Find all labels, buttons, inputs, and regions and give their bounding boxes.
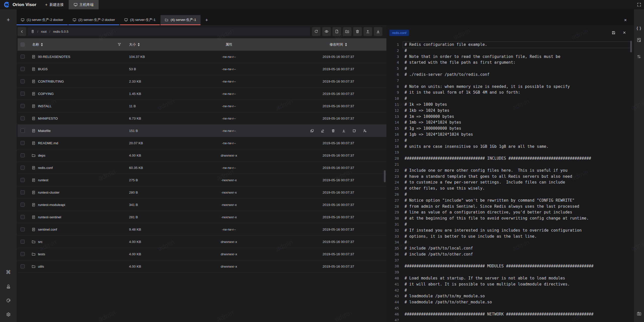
file-name[interactable]: INSTALL [38,104,52,108]
code-line[interactable]: 44 # loadmodule /path/to/other_module.so [386,299,634,305]
table-row[interactable]: COPYING 1.45 KB -rw-rw-r-- 2019-05-16 00… [18,88,386,100]
file-name[interactable]: tests [38,252,45,256]
code-line[interactable]: 30 # at the beginning of this file to av… [386,216,634,222]
row-checkbox[interactable] [21,264,25,268]
save-icon[interactable] [610,29,617,36]
edit-icon[interactable] [321,129,325,133]
terminal-tab[interactable]: (3) server-生产-1 [120,15,160,25]
table-row[interactable]: Makefile 151 B -rw-rw-r-- 2019-05-16 00:… [18,125,386,137]
file-name[interactable]: CONTRIBUTING [38,80,64,83]
code-line[interactable]: 43 # loadmodule /path/to/my_module.so [386,293,634,299]
stamp-icon[interactable] [5,283,11,289]
code-line[interactable]: 10 # [386,96,634,102]
table-row[interactable]: runtest-cluster 280 B -rwxrwxr-x 2019-05… [18,186,386,199]
row-checkbox[interactable] [21,104,25,108]
code-line[interactable]: 13 # 1m => 1000000 bytes [386,114,634,120]
file-name[interactable]: runtest-cluster [38,191,60,194]
table-row[interactable]: src 4.00 KB drwxrwxr-x 2019-05-16 00:07:… [18,236,386,248]
row-checkbox[interactable] [21,178,25,182]
file-name[interactable]: redis.conf [38,166,53,170]
new-tab-button[interactable]: + [201,15,212,25]
editor-scrollbar[interactable] [630,41,632,52]
code-line[interactable]: 27 # Notice option "include" won't be re… [386,198,634,204]
row-checkbox[interactable] [21,79,25,83]
row-checkbox[interactable] [21,141,25,145]
table-row[interactable]: CONTRIBUTING 2.33 KB -rw-rw-r-- 2019-05-… [18,75,386,88]
breadcrumb-root[interactable]: root [41,30,47,33]
file-name[interactable]: 00-RELEASENOTES [38,55,70,59]
move-icon[interactable] [352,129,356,133]
code-line[interactable]: 3 # Note that in order to read the confi… [386,54,634,60]
screenshot-camera-icon[interactable] [636,310,642,316]
code-line[interactable]: 15 # 1g => 1000000000 bytes [386,126,634,132]
download-icon[interactable] [342,129,346,133]
code-line[interactable]: 45 [386,305,634,311]
file-name[interactable]: runtest-moduleapi [38,203,65,207]
fullscreen-icon[interactable] [635,1,642,8]
transfer-list-icon[interactable] [636,54,642,60]
code-line[interactable]: 41 # it will abort. It is possible to us… [386,281,634,288]
table-row[interactable]: runtest 275 B -rwxrwxr-x 2019-05-16 00:0… [18,174,386,186]
table-row[interactable]: runtest-sentinel 281 B -rwxrwxr-x 2019-0… [18,211,386,223]
row-checkbox[interactable] [21,227,25,231]
code-line[interactable]: 5 # [386,66,634,72]
breadcrumb[interactable]: / root / redis-5.0.5 [28,27,310,36]
code-line[interactable]: 31 # [386,222,634,228]
new-folder-button[interactable] [343,27,351,36]
row-checkbox[interactable] [21,252,25,256]
code-line[interactable]: 37 [386,258,634,264]
code-line[interactable]: 14 # 1mb => 1024*1024 bytes [386,120,634,126]
code-line[interactable]: 1 # Redis configuration file example. [386,42,634,48]
row-checkbox[interactable] [21,215,25,219]
row-checkbox[interactable] [21,129,25,133]
terminal-tab[interactable]: (2) server-生产-2 docker [68,15,119,25]
table-row[interactable]: deps 4.00 KB drwxrwxr-x 2019-05-16 00:07… [18,149,386,162]
code-line[interactable]: 32 # If instead you are interested in us… [386,228,634,234]
code-line[interactable]: 12 # 1kb => 1024 bytes [386,108,634,114]
copy-icon[interactable] [310,129,314,133]
theme-palette-icon[interactable] [5,297,11,303]
sort-name-icon[interactable] [41,43,43,46]
editor-close-icon[interactable]: ✕ [621,29,628,36]
code-line[interactable]: 23 # have a standard template that goes … [386,174,634,180]
nav-host-terminal[interactable]: 主机终端 [69,0,99,9]
back-button[interactable] [18,27,26,36]
file-name[interactable]: Makefile [38,129,51,133]
permission-icon[interactable] [363,129,367,133]
code-line[interactable]: 40 # Load modules at startup. If the ser… [386,275,634,281]
code-line[interactable]: 17 # [386,138,634,144]
file-name[interactable]: COPYING [38,92,54,96]
file-name[interactable]: utils [38,265,44,268]
file-name[interactable]: runtest [38,178,48,182]
code-line[interactable]: 35 # include /path/to/local.conf [386,245,634,252]
new-terminal-button[interactable]: + [5,17,11,23]
code-line[interactable]: 26 # [386,192,634,198]
file-name[interactable]: BUGS [38,67,48,71]
code-line[interactable]: 21 [386,162,634,168]
table-row[interactable]: BUGS 53 B -rw-rw-r-- 2019-05-16 00:07:37 [18,63,386,75]
code-line[interactable]: 2 # [386,48,634,54]
file-name[interactable]: src [38,240,43,244]
file-table-scrollbar[interactable] [384,25,386,322]
code-line[interactable]: 18 # units are case insensitive so 1GB 1… [386,144,634,150]
row-checkbox[interactable] [21,166,25,170]
row-checkbox[interactable] [21,153,25,157]
table-row[interactable]: INSTALL 11 B -rw-rw-r-- 2019-05-16 00:07… [18,100,386,112]
delete-icon[interactable] [331,129,335,133]
code-editor[interactable]: 1 # Redis configuration file example. 2 … [386,40,634,321]
code-line[interactable]: 29 # line as value of a configuration di… [386,209,634,216]
code-line[interactable]: 33 # options, it is better to use includ… [386,234,634,240]
new-file-button[interactable] [333,27,341,36]
row-checkbox[interactable] [21,92,25,96]
table-row[interactable]: README.md 20.07 KB -rw-rw-r-- 2019-05-16… [18,137,386,149]
table-row[interactable]: MANIFESTO 6.73 KB -rw-rw-r-- 2019-05-16 … [18,112,386,125]
row-checkbox[interactable] [21,67,25,71]
delete-button[interactable] [353,27,362,36]
editor-file-tag[interactable]: redis.conf [389,30,409,36]
code-line[interactable]: 19 [386,150,634,156]
editor-bookmark-icon[interactable] [636,37,642,43]
code-line[interactable]: 24 # to customize a few per-server setti… [386,180,634,186]
table-row[interactable]: runtest-moduleapi 341 B -rwxrwxr-x 2019-… [18,199,386,211]
table-row[interactable]: utils 4.00 KB drwxrwxr-x 2019-05-16 00:0… [18,260,386,273]
code-line[interactable]: 36 # include /path/to/other.conf [386,252,634,258]
